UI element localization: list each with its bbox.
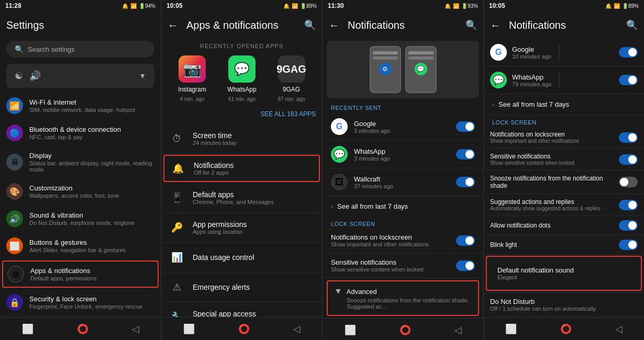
back-icon-4[interactable]: ◁ xyxy=(615,323,623,335)
p4-default-sound-section[interactable]: Default notification sound Elegant xyxy=(486,256,642,291)
wallcraft-notif-toggle[interactable] xyxy=(456,177,475,187)
p4-google-toggle[interactable] xyxy=(619,47,638,58)
panel-settings: 11:28 🔔 📶 🔋94% Settings 🔍 Search setting… xyxy=(0,0,161,340)
p4-lock-item-snooze[interactable]: Snooze notifications from the notificati… xyxy=(484,171,644,194)
circle-icon[interactable]: ⭕ xyxy=(77,323,88,335)
back-arrow-2[interactable]: ← xyxy=(168,19,178,31)
circle-icon-2[interactable]: ⭕ xyxy=(238,323,250,335)
whatsapp-icon: 💬 xyxy=(228,55,256,83)
search-label: Search settings xyxy=(28,46,75,53)
see-all-link[interactable]: SEE ALL 163 APPS xyxy=(161,110,322,124)
notif-item-google[interactable]: G Google 3 minutes ago xyxy=(323,113,483,141)
menu-item-defaultapps[interactable]: 📱 Default apps Chrome, Phone, and Messag… xyxy=(161,183,322,213)
see-all-row-3[interactable]: › See all from last 7 days xyxy=(323,196,483,217)
preview-phone-1: ⚙ xyxy=(370,46,401,93)
customization-text: Customization Wallpapers, accent color, … xyxy=(29,184,119,199)
p4-lockscreen-toggle[interactable] xyxy=(619,132,638,143)
p4-sensitive-label: Sensitive notifications xyxy=(490,153,574,160)
menu-item-permissions[interactable]: 🔑 App permissions Apps using location xyxy=(161,213,322,243)
p4-default-sound[interactable]: Default notification sound Elegant xyxy=(491,261,637,286)
security-text: Security & lock screen Fingerprint, Face… xyxy=(29,295,142,310)
p4-lock-item-blink[interactable]: Blink light xyxy=(484,235,644,255)
app-item-9gag[interactable]: 9GAG 9GAG 87 min. ago xyxy=(277,55,305,102)
search-icon: 🔍 xyxy=(15,45,24,53)
p4-dnd-item[interactable]: Do Not Disturb Off / 1 schedule can turn… xyxy=(484,292,644,317)
p4-dots-toggle[interactable] xyxy=(619,220,638,231)
app-item-instagram[interactable]: 📷 Instagram 4 min. ago xyxy=(178,55,206,102)
setting-item-sound[interactable]: 🔊 Sound & vibration Do Not Disturb, earp… xyxy=(0,205,161,232)
time-1: 11:28 xyxy=(5,2,21,9)
profile-section[interactable]: ☯ 🔊 ▼ xyxy=(6,64,154,88)
back-icon[interactable]: ◁ xyxy=(132,323,139,335)
p4-see-all[interactable]: › See all from last 7 days xyxy=(484,94,644,115)
notif-item-wallcraft[interactable]: 🖼 Wallcraft 37 minutes ago xyxy=(323,168,483,196)
whatsapp-notif-toggle[interactable] xyxy=(456,149,475,160)
menu-item-notifications[interactable]: 🔔 Notifications Off for 2 apps xyxy=(163,155,320,182)
google-notif-toggle[interactable] xyxy=(456,121,475,132)
preview-area: ⚙ 💬 xyxy=(327,41,479,98)
lock-item-sensitive[interactable]: Sensitive notifications Show sensitive c… xyxy=(323,253,483,278)
alarm-icon: 🔔 xyxy=(122,3,128,9)
setting-item-display[interactable]: 🖥 Display Status bar, ambient display, n… xyxy=(0,146,161,178)
advanced-section[interactable]: ▼ Advanced Snooze notifications from the… xyxy=(327,280,479,316)
datausage-label: Data usage control xyxy=(193,253,254,262)
p4-snooze-toggle[interactable] xyxy=(619,177,638,187)
home-icon[interactable]: ⬜ xyxy=(22,323,34,335)
circle-icon-3[interactable]: ⭕ xyxy=(399,324,411,336)
security-sublabel: Fingerprint, Face Unlock, emergency resc… xyxy=(29,303,142,310)
menu-item-datausage[interactable]: 📊 Data usage control xyxy=(161,243,322,273)
p4-lock-item-lockscreen[interactable]: Notifications on lockscreen Show importa… xyxy=(484,127,644,149)
notif-item-whatsapp[interactable]: 💬 WhatsApp 3 minutes ago xyxy=(323,141,483,168)
bottom-nav-4: ⬜ ⭕ ◁ xyxy=(484,317,644,340)
setting-item-security[interactable]: 🔒 Security & lock screen Fingerprint, Fa… xyxy=(0,289,161,316)
p4-lock-item-sensitive[interactable]: Sensitive notifications Show sensitive c… xyxy=(484,149,644,171)
search-bar[interactable]: 🔍 Search settings xyxy=(6,41,154,58)
back-arrow-3[interactable]: ← xyxy=(329,19,339,31)
home-icon-4[interactable]: ⬜ xyxy=(505,323,517,335)
menu-item-emergency[interactable]: ⚠ Emergency alerts xyxy=(161,273,322,302)
chevron-down-icon: ▼ xyxy=(139,72,146,80)
notifications-title: Notifications xyxy=(348,19,465,31)
home-icon-3[interactable]: ⬜ xyxy=(345,324,356,336)
home-icon-2[interactable]: ⬜ xyxy=(183,323,195,335)
customization-icon: 🎨 xyxy=(6,183,23,200)
lockscreen-notif-toggle[interactable] xyxy=(456,235,475,246)
sensitive-notif-toggle[interactable] xyxy=(456,260,475,271)
top-bar-2: ← Apps & notifications 🔍 xyxy=(161,12,322,39)
menu-item-screentime[interactable]: ⏱ Screen time 24 minutes today xyxy=(161,124,322,154)
p4-lock-item-dots[interactable]: Allow notification dots xyxy=(484,216,644,235)
back-icon-2[interactable]: ◁ xyxy=(293,323,301,335)
setting-item-wifi[interactable]: 📶 Wi-Fi & internet SIM, mobile network, … xyxy=(0,92,161,119)
search-icon-4[interactable]: 🔍 xyxy=(626,19,638,31)
p4-lock-item-suggested[interactable]: Suggested actions and replies Automatica… xyxy=(484,194,644,216)
screentime-icon: ⏱ xyxy=(170,131,184,146)
yin-yang-icon: ☯ xyxy=(15,70,23,82)
notif-bar-2 xyxy=(373,56,398,60)
lock-item-lockscreen-notif[interactable]: Notifications on lockscreen Show importa… xyxy=(323,228,483,253)
google-notif-text: Google 3 minutes ago xyxy=(354,120,390,134)
top-bar-4: ← Notifications 🔍 xyxy=(484,12,644,39)
search-icon-2[interactable]: 🔍 xyxy=(304,19,316,31)
p4-suggested-toggle[interactable] xyxy=(619,200,638,210)
back-arrow-4[interactable]: ← xyxy=(490,19,501,31)
setting-item-customization[interactable]: 🎨 Customization Wallpapers, accent color… xyxy=(0,178,161,205)
setting-item-bluetooth[interactable]: 🔵 Bluetooth & device connection NFC, cas… xyxy=(0,119,161,146)
app-item-whatsapp[interactable]: 💬 WhatsApp 61 min. ago xyxy=(227,55,256,102)
bluetooth-sublabel: NFC, cast, tap & pay xyxy=(29,134,121,140)
p4-sensitive-toggle[interactable] xyxy=(619,154,638,165)
profile-icons: ☯ 🔊 xyxy=(15,70,41,82)
search-icon-3[interactable]: 🔍 xyxy=(465,19,477,31)
p4-whatsapp-toggle[interactable] xyxy=(619,75,638,85)
p4-blink-toggle[interactable] xyxy=(619,240,638,250)
specialaccess-text: Special app access 1 app can use unrestr… xyxy=(193,310,273,317)
screentime-text: Screen time 24 minutes today xyxy=(193,131,237,146)
circle-icon-4[interactable]: ⭕ xyxy=(560,323,572,335)
volume-icon: 🔊 xyxy=(29,70,41,82)
menu-item-specialaccess[interactable]: 🔧 Special app access 1 app can use unres… xyxy=(161,302,322,317)
setting-item-apps[interactable]: ⊞ Apps & notifications Default apps, per… xyxy=(2,260,159,288)
battery-icon-2: 🔋89% xyxy=(300,3,317,9)
p4-item-whatsapp[interactable]: 💬 WhatsApp 79 minutes ago xyxy=(484,66,644,94)
p4-item-google[interactable]: G Google 10 minutes ago xyxy=(484,39,644,66)
back-icon-3[interactable]: ◁ xyxy=(454,324,462,336)
setting-item-buttons[interactable]: ⬜ Buttons & gestures Alert Slider, navig… xyxy=(0,232,161,259)
